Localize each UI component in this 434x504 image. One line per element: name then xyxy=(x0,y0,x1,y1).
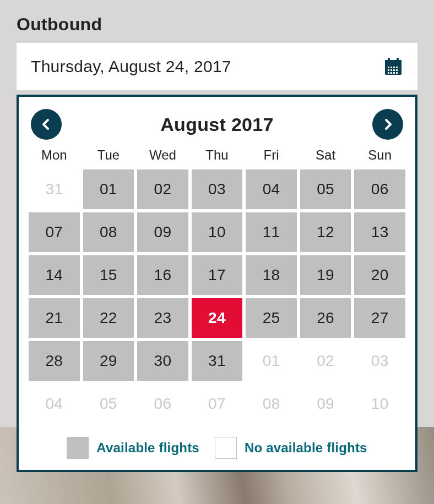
day-cell[interactable]: 04 xyxy=(246,169,297,209)
svg-rect-6 xyxy=(393,67,395,68)
legend-available-label: Available flights xyxy=(96,440,199,456)
calendar-header: August 2017 xyxy=(29,107,405,142)
svg-rect-3 xyxy=(397,58,399,62)
day-cell[interactable]: 13 xyxy=(354,212,405,252)
day-cell: 31 xyxy=(29,169,80,209)
weekday-label: Fri xyxy=(246,145,297,167)
legend-unavailable-label: No available flights xyxy=(245,440,367,456)
day-cell[interactable]: 19 xyxy=(300,255,351,295)
svg-rect-2 xyxy=(388,58,390,62)
day-cell: 06 xyxy=(137,384,188,424)
svg-rect-9 xyxy=(390,69,392,71)
legend-available: Available flights xyxy=(67,437,199,459)
day-cell[interactable]: 02 xyxy=(137,169,188,209)
day-cell[interactable]: 06 xyxy=(354,169,405,209)
calendar-legend: Available flights No available flights xyxy=(29,437,405,459)
day-cell: 07 xyxy=(192,384,243,424)
weekday-label: Sun xyxy=(354,145,405,167)
day-cell[interactable]: 25 xyxy=(246,298,297,338)
calendar-panel: August 2017 MonTueWedThuFriSatSun 310102… xyxy=(17,95,417,472)
day-cell: 08 xyxy=(246,384,297,424)
day-grid: 3101020304050607080910111213141516171819… xyxy=(29,169,405,424)
svg-rect-7 xyxy=(396,67,398,68)
day-cell[interactable]: 20 xyxy=(354,255,405,295)
day-cell: 09 xyxy=(300,384,351,424)
day-cell[interactable]: 08 xyxy=(83,212,134,252)
calendar-title: August 2017 xyxy=(160,114,273,135)
day-cell[interactable]: 11 xyxy=(246,212,297,252)
day-cell: 04 xyxy=(29,384,80,424)
day-cell: 01 xyxy=(246,341,297,381)
day-cell[interactable]: 16 xyxy=(137,255,188,295)
day-cell: 03 xyxy=(354,341,405,381)
day-cell[interactable]: 18 xyxy=(246,255,297,295)
day-cell: 02 xyxy=(300,341,351,381)
weekday-label: Thu xyxy=(192,145,243,167)
day-cell[interactable]: 26 xyxy=(300,298,351,338)
svg-rect-10 xyxy=(393,69,395,71)
svg-rect-13 xyxy=(390,72,392,74)
day-cell[interactable]: 27 xyxy=(354,298,405,338)
day-cell[interactable]: 09 xyxy=(137,212,188,252)
day-cell[interactable]: 22 xyxy=(83,298,134,338)
date-input[interactable]: Thursday, August 24, 2017 xyxy=(17,43,417,90)
day-cell: 05 xyxy=(83,384,134,424)
section-title: Outbound xyxy=(17,14,102,35)
day-cell[interactable]: 28 xyxy=(29,341,80,381)
weekday-label: Mon xyxy=(29,145,80,167)
next-month-button[interactable] xyxy=(372,109,403,140)
day-cell[interactable]: 10 xyxy=(192,212,243,252)
day-cell: 10 xyxy=(354,384,405,424)
day-cell[interactable]: 14 xyxy=(29,255,80,295)
day-cell[interactable]: 29 xyxy=(83,341,134,381)
day-cell[interactable]: 21 xyxy=(29,298,80,338)
calendar-icon[interactable] xyxy=(383,57,403,76)
svg-rect-15 xyxy=(396,72,398,74)
svg-rect-1 xyxy=(385,60,402,64)
day-cell[interactable]: 17 xyxy=(192,255,243,295)
day-cell[interactable]: 31 xyxy=(192,341,243,381)
weekday-label: Tue xyxy=(83,145,134,167)
weekday-row: MonTueWedThuFriSatSun xyxy=(29,145,405,167)
svg-rect-12 xyxy=(388,72,389,74)
svg-rect-14 xyxy=(393,72,395,74)
legend-unavailable-swatch xyxy=(215,437,237,459)
day-cell[interactable]: 05 xyxy=(300,169,351,209)
day-cell[interactable]: 23 xyxy=(137,298,188,338)
svg-rect-4 xyxy=(388,67,389,68)
weekday-label: Wed xyxy=(137,145,188,167)
day-cell[interactable]: 07 xyxy=(29,212,80,252)
day-cell[interactable]: 01 xyxy=(83,169,134,209)
legend-available-swatch xyxy=(67,437,89,459)
day-cell[interactable]: 30 xyxy=(137,341,188,381)
day-cell[interactable]: 15 xyxy=(83,255,134,295)
date-input-value: Thursday, August 24, 2017 xyxy=(31,57,231,76)
legend-unavailable: No available flights xyxy=(215,437,367,459)
weekday-label: Sat xyxy=(300,145,351,167)
svg-rect-8 xyxy=(388,69,389,71)
svg-rect-5 xyxy=(390,67,392,68)
prev-month-button[interactable] xyxy=(31,109,62,140)
day-cell[interactable]: 12 xyxy=(300,212,351,252)
day-cell[interactable]: 24 xyxy=(192,298,243,338)
day-cell[interactable]: 03 xyxy=(192,169,243,209)
svg-rect-11 xyxy=(396,69,398,71)
